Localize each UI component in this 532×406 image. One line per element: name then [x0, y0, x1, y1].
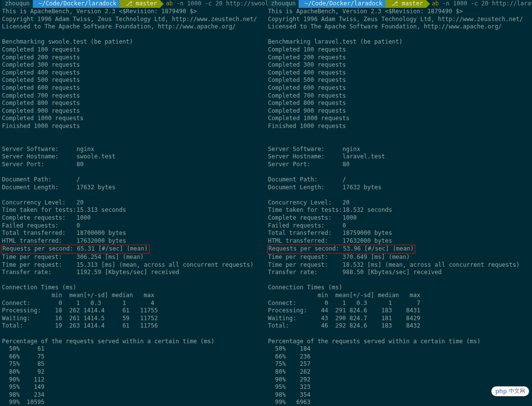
kv-value: 65.31 [#/sec] (mean)	[77, 245, 148, 253]
percentile-row: 80% 262	[268, 368, 532, 376]
git-branch-icon: ⎇	[391, 0, 402, 8]
kv-row: HTML transferred:17632000 bytes	[2, 237, 266, 245]
kv-value: 306.254 [ms] (mean)	[76, 254, 144, 261]
progress-line: Completed 200 requests	[268, 54, 532, 62]
kv-value: 988.50 [Kbytes/sec] received	[343, 269, 442, 277]
kv-label: Time taken for tests:	[268, 206, 343, 214]
conn-times-row: Processing: 18 262 1414.4 61 11755	[2, 307, 266, 315]
percentile-row: 80% 92	[2, 368, 266, 376]
progress-line: Completed 700 requests	[268, 92, 532, 100]
kv-label: Time per request:	[2, 254, 76, 261]
progress-line: Completed 400 requests	[268, 69, 532, 77]
blank-line	[268, 330, 532, 338]
blank-line	[2, 138, 266, 146]
conn-times-title: Connection Times (ms)	[268, 284, 532, 292]
benchmarking-line: Benchmarking laravel.test (be patient)	[268, 38, 532, 46]
ab-header-line: Copyright 1996 Adam Twiss, Zeus Technolo…	[268, 16, 532, 24]
ab-header-line: This is ApacheBench, Version 2.3 <$Revis…	[2, 8, 266, 16]
ab-header-line: Copyright 1996 Adam Twiss, Zeus Technolo…	[2, 16, 266, 24]
percentile-row: 66% 236	[268, 353, 532, 361]
prompt-command: ab -n 1000 -c 20 http://laravel.test	[426, 0, 532, 8]
kv-row: Transfer rate:988.50 [Kbytes/sec] receiv…	[268, 269, 532, 277]
kv-value: 15.313 seconds	[76, 206, 126, 214]
percentile-row: 90% 112	[2, 376, 266, 384]
progress-line: Completed 300 requests	[2, 61, 266, 69]
prompt-user: zhouqun	[271, 0, 296, 8]
progress-line: Finished 1000 requests	[268, 123, 532, 130]
kv-label: Time per request:	[2, 261, 76, 269]
kv-value: 18700000 bytes	[76, 229, 126, 237]
kv-label: Document Length:	[268, 184, 343, 192]
kv-row: Server Port:80	[268, 161, 532, 169]
kv-row: Failed requests:0	[2, 222, 266, 230]
progress-line: Completed 800 requests	[2, 100, 266, 107]
blank-line	[268, 168, 532, 176]
blank-line	[2, 191, 266, 199]
prompt-branch-seg: ⎇ master	[120, 0, 160, 8]
kv-value: 53.96 [#/sec] (mean)	[343, 245, 414, 253]
kv-label: Time per request:	[268, 254, 343, 261]
progress-line: Completed 1000 requests	[2, 115, 266, 123]
kv-value: nginx	[343, 146, 360, 153]
command-args: -n 1000 -c 20 http://laravel.test	[442, 0, 532, 7]
kv-label: Time per request:	[268, 261, 343, 269]
kv-value: 1000	[343, 214, 357, 222]
percentile-title: Percentage of the requests served within…	[268, 338, 532, 346]
kv-row: Time taken for tests:18.532 seconds	[268, 206, 532, 214]
kv-label: Document Path:	[268, 176, 343, 184]
kv-value: 17632 bytes	[76, 184, 115, 192]
kv-row: Total transferred:18700000 bytes	[2, 229, 266, 237]
kv-value: 20	[343, 199, 350, 207]
command-name: ab	[166, 0, 173, 7]
kv-value: 18.532 [ms] (mean, across all concurrent…	[343, 261, 520, 269]
kv-row: Time per request:18.532 [ms] (mean, acro…	[268, 261, 532, 269]
kv-row: Server Port:80	[2, 161, 266, 169]
git-branch-icon: ⎇	[126, 0, 136, 8]
kv-label: Server Software:	[2, 146, 76, 153]
conn-times-header: min mean[+/-sd] median max	[268, 292, 532, 300]
kv-row: Time per request:15.313 [ms] (mean, acro…	[2, 261, 266, 269]
blank-line	[2, 130, 266, 138]
conn-times-row: Total: 46 292 824.6 183 8432	[268, 322, 532, 330]
kv-label: Server Port:	[268, 161, 343, 169]
kv-label: Server Hostname:	[268, 153, 343, 161]
kv-row: Time per request:370.649 [ms] (mean)	[268, 254, 532, 261]
kv-value: 15.313 [ms] (mean, across all concurrent…	[76, 261, 253, 269]
kv-row: HTML transferred:17632000 bytes	[268, 237, 532, 245]
percentile-row: 95% 149	[2, 383, 266, 391]
kv-label: Transfer rate:	[268, 269, 343, 277]
kv-value: 1192.59 [Kbytes/sec] received	[76, 269, 179, 277]
ab-header-line: Licensed to The Apache Software Foundati…	[2, 23, 266, 31]
progress-line: Completed 400 requests	[2, 69, 266, 77]
percentile-row: 75% 85	[2, 360, 266, 368]
kv-value: 0	[343, 222, 346, 230]
ab-header-line: This is ApacheBench, Version 2.3 <$Revis…	[268, 8, 532, 16]
percentile-row: 50% 61	[2, 345, 266, 353]
progress-line: Completed 500 requests	[268, 76, 532, 84]
progress-line: Completed 900 requests	[268, 107, 532, 115]
kv-value: laravel.test	[343, 153, 385, 161]
percentile-row: 50% 184	[268, 345, 532, 353]
kv-label: HTML transferred:	[2, 237, 76, 245]
terminal-split: zhouqun~/Code/Docker/laradock⎇ masterab …	[0, 0, 532, 406]
terminal-pane-right[interactable]: zhouqun~/Code/Docker/laradock⎇ masterab …	[266, 0, 532, 406]
kv-value: 17632000 bytes	[76, 237, 126, 245]
kv-label: Requests per second:	[269, 245, 343, 253]
kv-label: Server Hostname:	[2, 153, 76, 161]
prompt-branch: master	[136, 0, 157, 8]
progress-line: Completed 100 requests	[268, 46, 532, 54]
kv-label: Server Software:	[268, 146, 343, 153]
progress-line: Completed 200 requests	[2, 54, 266, 62]
kv-value: /	[76, 176, 80, 184]
progress-line: Completed 600 requests	[268, 84, 532, 92]
progress-line: Completed 700 requests	[2, 92, 266, 100]
kv-row: Document Length:17632 bytes	[268, 184, 532, 192]
prompt-path-seg: ~/Code/Docker/laradock	[33, 0, 120, 8]
kv-value: 80	[76, 161, 83, 169]
logo-caption: 中文网	[509, 387, 525, 395]
kv-value: 370.649 [ms] (mean)	[343, 254, 410, 261]
kv-value: 20	[76, 199, 83, 207]
rps-highlight-box: Requests per second:65.31 [#/sec] (mean)	[1, 245, 150, 254]
terminal-pane-left[interactable]: zhouqun~/Code/Docker/laradock⎇ masterab …	[0, 0, 266, 406]
kv-row: Complete requests:1000	[2, 214, 266, 222]
